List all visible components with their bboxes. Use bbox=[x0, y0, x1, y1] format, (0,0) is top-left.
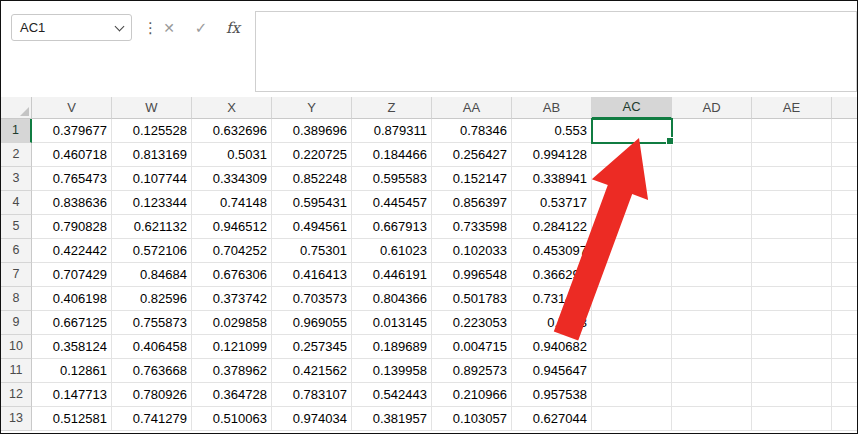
cell-v1[interactable]: 0.379677 bbox=[32, 119, 112, 143]
row-header-9[interactable]: 9 bbox=[1, 311, 32, 335]
cell-aa11[interactable]: 0.892573 bbox=[432, 359, 512, 383]
cell-ae7[interactable] bbox=[752, 263, 832, 287]
cell-w7[interactable]: 0.84684 bbox=[112, 263, 192, 287]
cell-y1[interactable]: 0.389696 bbox=[272, 119, 352, 143]
cell-aa1[interactable]: 0.78346 bbox=[432, 119, 512, 143]
cell-v7[interactable]: 0.707429 bbox=[32, 263, 112, 287]
cell-ad12[interactable] bbox=[672, 383, 752, 407]
insert-function-icon[interactable]: fx bbox=[221, 14, 245, 41]
cell-ac3[interactable] bbox=[592, 167, 672, 191]
select-all-corner[interactable] bbox=[1, 97, 32, 119]
column-header-ae[interactable]: AE bbox=[752, 97, 832, 119]
cell-x11[interactable]: 0.378962 bbox=[192, 359, 272, 383]
cell-y13[interactable]: 0.974034 bbox=[272, 407, 352, 431]
enter-icon[interactable]: ✓ bbox=[189, 14, 213, 41]
cell-ad13[interactable] bbox=[672, 407, 752, 431]
cell-x3[interactable]: 0.334309 bbox=[192, 167, 272, 191]
cell-ae3[interactable] bbox=[752, 167, 832, 191]
cell-x5[interactable]: 0.946512 bbox=[192, 215, 272, 239]
cell-ad5[interactable] bbox=[672, 215, 752, 239]
cell-z2[interactable]: 0.184466 bbox=[352, 143, 432, 167]
cell-aa2[interactable]: 0.256427 bbox=[432, 143, 512, 167]
cell-z1[interactable]: 0.879311 bbox=[352, 119, 432, 143]
cell-z13[interactable]: 0.381957 bbox=[352, 407, 432, 431]
formula-bar-input[interactable] bbox=[255, 11, 857, 92]
column-header-ac[interactable]: AC bbox=[592, 97, 672, 119]
cell-w1[interactable]: 0.125528 bbox=[112, 119, 192, 143]
cell-aa8[interactable]: 0.501783 bbox=[432, 287, 512, 311]
cell-ae11[interactable] bbox=[752, 359, 832, 383]
cell-w6[interactable]: 0.572106 bbox=[112, 239, 192, 263]
cell-y11[interactable]: 0.421562 bbox=[272, 359, 352, 383]
cell-ad6[interactable] bbox=[672, 239, 752, 263]
cell-y7[interactable]: 0.416413 bbox=[272, 263, 352, 287]
cell-z3[interactable]: 0.595583 bbox=[352, 167, 432, 191]
cell-ae12[interactable] bbox=[752, 383, 832, 407]
cell-ab6[interactable]: 0.453097 bbox=[512, 239, 592, 263]
cell-x9[interactable]: 0.029858 bbox=[192, 311, 272, 335]
cell-w11[interactable]: 0.763668 bbox=[112, 359, 192, 383]
cell-ae10[interactable] bbox=[752, 335, 832, 359]
cell-y5[interactable]: 0.494561 bbox=[272, 215, 352, 239]
cell-z8[interactable]: 0.804366 bbox=[352, 287, 432, 311]
cell-aa7[interactable]: 0.996548 bbox=[432, 263, 512, 287]
chevron-down-icon[interactable] bbox=[115, 21, 125, 31]
cell-z12[interactable]: 0.542443 bbox=[352, 383, 432, 407]
cell-w9[interactable]: 0.755873 bbox=[112, 311, 192, 335]
cell-ab9[interactable]: 0.5653 bbox=[512, 311, 592, 335]
cell-ab2[interactable]: 0.994128 bbox=[512, 143, 592, 167]
cell-z11[interactable]: 0.139958 bbox=[352, 359, 432, 383]
cell-y6[interactable]: 0.75301 bbox=[272, 239, 352, 263]
row-header-5[interactable]: 5 bbox=[1, 215, 32, 239]
cell-ac12[interactable] bbox=[592, 383, 672, 407]
row-header-13[interactable]: 13 bbox=[1, 407, 32, 431]
cell-w12[interactable]: 0.780926 bbox=[112, 383, 192, 407]
cell-w4[interactable]: 0.123344 bbox=[112, 191, 192, 215]
cell-x12[interactable]: 0.364728 bbox=[192, 383, 272, 407]
cell-ac7[interactable] bbox=[592, 263, 672, 287]
cell-v8[interactable]: 0.406198 bbox=[32, 287, 112, 311]
cell-aa9[interactable]: 0.223053 bbox=[432, 311, 512, 335]
cell-x1[interactable]: 0.632696 bbox=[192, 119, 272, 143]
cell-aa6[interactable]: 0.102033 bbox=[432, 239, 512, 263]
cell-ad9[interactable] bbox=[672, 311, 752, 335]
cell-y10[interactable]: 0.257345 bbox=[272, 335, 352, 359]
cell-ab10[interactable]: 0.940682 bbox=[512, 335, 592, 359]
cell-ac1[interactable] bbox=[592, 119, 672, 143]
cell-z9[interactable]: 0.013145 bbox=[352, 311, 432, 335]
row-header-1[interactable]: 1 bbox=[1, 119, 32, 143]
cell-ae6[interactable] bbox=[752, 239, 832, 263]
cell-z10[interactable]: 0.189689 bbox=[352, 335, 432, 359]
cell-aa12[interactable]: 0.210966 bbox=[432, 383, 512, 407]
cell-ad10[interactable] bbox=[672, 335, 752, 359]
cell-w5[interactable]: 0.621132 bbox=[112, 215, 192, 239]
cell-ab13[interactable]: 0.627044 bbox=[512, 407, 592, 431]
cell-v5[interactable]: 0.790828 bbox=[32, 215, 112, 239]
name-box-value[interactable]: AC1 bbox=[20, 20, 110, 35]
column-header-x[interactable]: X bbox=[192, 97, 272, 119]
column-header-ad[interactable]: AD bbox=[672, 97, 752, 119]
cell-ae5[interactable] bbox=[752, 215, 832, 239]
cell-ab8[interactable]: 0.731464 bbox=[512, 287, 592, 311]
cell-w10[interactable]: 0.406458 bbox=[112, 335, 192, 359]
cell-ad3[interactable] bbox=[672, 167, 752, 191]
cell-v11[interactable]: 0.12861 bbox=[32, 359, 112, 383]
row-header-6[interactable]: 6 bbox=[1, 239, 32, 263]
row-header-7[interactable]: 7 bbox=[1, 263, 32, 287]
column-header-y[interactable]: Y bbox=[272, 97, 352, 119]
cell-x7[interactable]: 0.676306 bbox=[192, 263, 272, 287]
row-header-8[interactable]: 8 bbox=[1, 287, 32, 311]
column-header-z[interactable]: Z bbox=[352, 97, 432, 119]
row-header-2[interactable]: 2 bbox=[1, 143, 32, 167]
cell-aa10[interactable]: 0.004715 bbox=[432, 335, 512, 359]
cell-aa4[interactable]: 0.856397 bbox=[432, 191, 512, 215]
row-header-3[interactable]: 3 bbox=[1, 167, 32, 191]
cell-ac6[interactable] bbox=[592, 239, 672, 263]
cell-y12[interactable]: 0.783107 bbox=[272, 383, 352, 407]
cell-x6[interactable]: 0.704252 bbox=[192, 239, 272, 263]
cell-z5[interactable]: 0.667913 bbox=[352, 215, 432, 239]
cell-v9[interactable]: 0.667125 bbox=[32, 311, 112, 335]
cell-x8[interactable]: 0.373742 bbox=[192, 287, 272, 311]
cell-v13[interactable]: 0.512581 bbox=[32, 407, 112, 431]
cell-aa5[interactable]: 0.733598 bbox=[432, 215, 512, 239]
